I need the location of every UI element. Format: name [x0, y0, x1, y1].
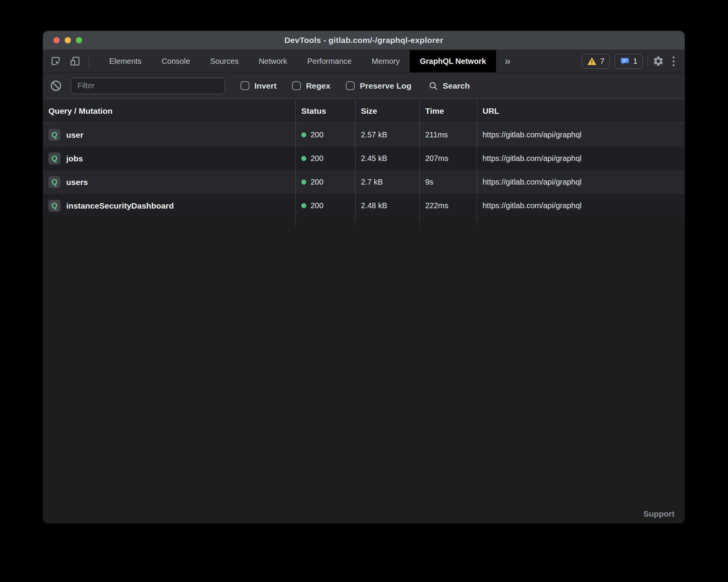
- device-toolbar-icon[interactable]: [69, 55, 81, 67]
- support-link[interactable]: Support: [644, 509, 675, 519]
- requests-table: Query / Mutation Status Size Time URL Qu…: [43, 99, 685, 226]
- column-header-size[interactable]: Size: [355, 99, 419, 123]
- request-url: https://gitlab.com/api/graphql: [482, 130, 582, 139]
- request-url: https://gitlab.com/api/graphql: [482, 178, 582, 187]
- query-name: jobs: [66, 154, 83, 163]
- more-options-kebab-icon[interactable]: [669, 56, 678, 66]
- response-size: 2.57 kB: [361, 130, 387, 139]
- tab-memory[interactable]: Memory: [362, 50, 410, 72]
- preserve-log-checkbox[interactable]: Preserve Log: [346, 81, 411, 91]
- column-header-time[interactable]: Time: [419, 99, 477, 123]
- zoom-window-button[interactable]: [76, 37, 82, 43]
- response-size: 2.45 kB: [361, 154, 387, 163]
- tabbar-divider: [647, 55, 648, 67]
- close-window-button[interactable]: [53, 37, 60, 43]
- status-ok-dot: [301, 132, 306, 137]
- checkbox-label: Regex: [306, 81, 330, 91]
- query-name: instanceSecurityDashboard: [66, 201, 174, 211]
- response-time: 222ms: [425, 201, 448, 210]
- column-label: Size: [361, 106, 377, 116]
- tab-label: Network: [259, 57, 287, 66]
- tab-performance[interactable]: Performance: [297, 50, 362, 72]
- checkbox-box: [240, 81, 249, 90]
- tab-label: Console: [161, 57, 190, 66]
- checkbox-box: [292, 81, 301, 90]
- tab-label: GraphQL Network: [420, 57, 486, 66]
- status-code: 200: [311, 201, 323, 210]
- query-name: user: [66, 130, 83, 140]
- window-title: DevTools - gitlab.com/-/graphql-explorer: [284, 36, 443, 45]
- toolbar-icons: [43, 50, 95, 72]
- warning-icon: [587, 56, 597, 66]
- status-ok-dot: [301, 203, 306, 208]
- invert-checkbox[interactable]: Invert: [240, 81, 276, 91]
- status-ok-dot: [301, 180, 306, 185]
- tab-label: Memory: [372, 57, 400, 66]
- query-type-badge: Q: [48, 176, 60, 188]
- tab-console[interactable]: Console: [151, 50, 200, 72]
- tab-elements[interactable]: Elements: [99, 50, 151, 72]
- warnings-badge[interactable]: 7: [582, 54, 610, 69]
- column-header-url[interactable]: URL: [477, 99, 685, 123]
- panel-content: Query / Mutation Status Size Time URL Qu…: [43, 99, 685, 523]
- checkbox-label: Preserve Log: [360, 81, 411, 91]
- search-button[interactable]: Search: [428, 81, 470, 91]
- status-code: 200: [311, 154, 323, 163]
- column-label: Query / Mutation: [48, 106, 113, 116]
- tabbar-right-cluster: 7 1: [582, 50, 685, 72]
- column-label: Status: [301, 106, 326, 116]
- more-tabs-button[interactable]: »: [496, 50, 519, 72]
- column-header-query[interactable]: Query / Mutation: [43, 99, 295, 123]
- title-bar: DevTools - gitlab.com/-/graphql-explorer: [43, 31, 685, 50]
- response-time: 207ms: [425, 154, 448, 163]
- devtools-tab-bar: Elements Console Sources Network Perform…: [43, 50, 685, 73]
- gear-icon[interactable]: [652, 55, 664, 67]
- tab-label: Sources: [210, 57, 239, 66]
- panel-tabs: Elements Console Sources Network Perform…: [99, 50, 519, 72]
- response-time: 9s: [425, 178, 433, 187]
- traffic-lights: [53, 31, 82, 50]
- status-ok-dot: [301, 156, 306, 161]
- filter-bar: Invert Regex Preserve Log Search: [43, 73, 685, 99]
- response-size: 2.7 kB: [361, 178, 383, 187]
- status-code: 200: [311, 178, 323, 187]
- response-size: 2.48 kB: [361, 201, 387, 210]
- tab-network[interactable]: Network: [249, 50, 297, 72]
- clear-log-icon[interactable]: [51, 80, 61, 91]
- query-type-badge: Q: [48, 152, 60, 164]
- checkbox-label: Invert: [254, 81, 276, 91]
- request-url: https://gitlab.com/api/graphql: [482, 154, 582, 163]
- response-time: 211ms: [425, 130, 448, 139]
- inspect-element-icon[interactable]: [50, 55, 62, 67]
- toolbar-divider: [89, 55, 89, 67]
- query-type-badge: Q: [48, 200, 60, 212]
- query-name: users: [66, 178, 88, 187]
- tab-graphql-network[interactable]: GraphQL Network: [410, 50, 496, 72]
- checkbox-box: [346, 81, 355, 90]
- filter-input[interactable]: [71, 78, 225, 94]
- request-url: https://gitlab.com/api/graphql: [482, 201, 582, 210]
- query-type-badge: Q: [48, 129, 60, 141]
- tab-label: Performance: [307, 57, 352, 66]
- search-label: Search: [443, 81, 470, 91]
- tab-sources[interactable]: Sources: [200, 50, 249, 72]
- tab-label: Elements: [109, 57, 141, 66]
- column-label: URL: [482, 106, 499, 116]
- column-header-status[interactable]: Status: [295, 99, 355, 123]
- regex-checkbox[interactable]: Regex: [292, 81, 330, 91]
- chevron-double-right-icon: »: [505, 55, 511, 67]
- devtools-window: DevTools - gitlab.com/-/graphql-explorer…: [43, 31, 685, 523]
- minimize-window-button[interactable]: [65, 37, 71, 43]
- issues-count: 1: [633, 57, 637, 66]
- search-icon: [428, 81, 438, 91]
- warnings-count: 7: [600, 57, 604, 66]
- column-label: Time: [425, 106, 444, 116]
- message-icon: [620, 56, 630, 66]
- status-code: 200: [311, 130, 323, 139]
- issues-badge[interactable]: 1: [615, 54, 643, 69]
